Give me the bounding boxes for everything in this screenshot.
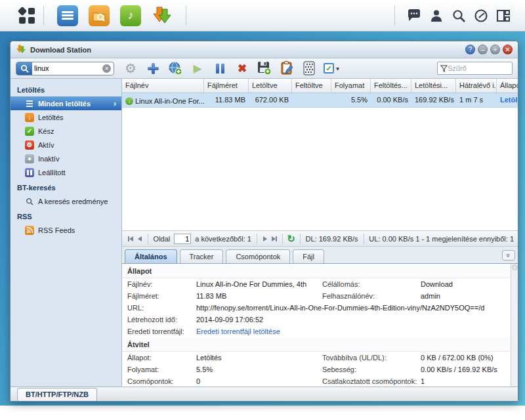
taskbar-divider [43, 6, 44, 26]
music-note-icon: ♪ [128, 9, 134, 22]
add-button[interactable] [143, 60, 163, 77]
column-header-upload-speed[interactable]: Feltöltés... [371, 79, 411, 93]
pagination-bar: Oldal a következőből: 1 ↻ DL: 169.92 KB/… [122, 230, 518, 247]
detail-progress: 5.5% [196, 364, 322, 375]
system-health-button[interactable] [470, 6, 492, 26]
column-header-status[interactable]: Állapot [497, 79, 518, 93]
search-box: ✕ [16, 62, 114, 75]
pause-icon [25, 168, 34, 177]
tab-peers[interactable]: Csomópontok [226, 249, 290, 263]
settings-button[interactable]: ⚙ [121, 60, 140, 77]
desktop-background: Download Station ? – + ✕ ✕ ⚙ [0, 32, 525, 406]
sidebar-item-active[interactable]: ⚙ Aktív [10, 138, 121, 152]
tab-general[interactable]: Általános [125, 249, 177, 263]
gear-icon: ⚙ [125, 60, 136, 76]
cell-filename: ↓ Linux All-in-One For... [122, 93, 204, 107]
detail-peers: 0 [196, 375, 322, 387]
minimize-button[interactable]: – [478, 45, 488, 54]
details-scrollbar[interactable] [511, 264, 518, 387]
details-tabbar: Általános Tracker Csomópontok Fájl » [122, 247, 518, 264]
play-icon: ▶ [193, 62, 201, 75]
tab-file[interactable]: Fájl [293, 249, 324, 263]
column-header-filename[interactable]: Fájlnév [122, 79, 204, 93]
page-number-input[interactable] [174, 234, 191, 244]
file-browser-icon[interactable] [89, 5, 110, 26]
active-gear-icon: ⚙ [25, 140, 34, 150]
select-mode-button[interactable]: ✓ ▾ [322, 60, 341, 77]
column-header-downloaded[interactable]: Letöltve [249, 79, 292, 93]
window-titlebar[interactable]: Download Station ? – + ✕ [10, 41, 518, 58]
download-station-icon [16, 45, 26, 54]
cell-upload-speed: 0.00 KB/s [371, 93, 411, 107]
save-button[interactable] [255, 60, 274, 77]
sidebar-item-completed[interactable]: ✓ Kész [10, 124, 121, 138]
control-panel-icon[interactable] [57, 5, 78, 26]
checkbox-icon: ✓ [324, 63, 334, 74]
clear-completed-button[interactable] [299, 60, 319, 77]
download-list-panel: Fájlnév Fájlméret Letöltve Feltöltve Fol… [122, 79, 518, 387]
window-title: Download Station [30, 46, 91, 54]
list-icon [25, 99, 34, 108]
music-app-icon[interactable]: ♪ [120, 5, 141, 26]
chat-bubble-icon [407, 9, 421, 22]
close-button[interactable]: ✕ [503, 45, 513, 54]
refresh-icon[interactable]: ↻ [287, 233, 295, 245]
download-station-app-icon[interactable] [152, 5, 173, 26]
column-header-time-left[interactable]: Hátralévő i... [456, 79, 497, 93]
sidebar-item-search-results[interactable]: A keresés eredménye [10, 194, 121, 208]
detail-row: Csomópontok: 0 Csatlakoztatott csomópont… [122, 375, 510, 387]
sidebar-item-rss-feeds[interactable]: RSS Feeds [10, 223, 121, 237]
table-row[interactable]: ↓ Linux All-in-One For... 11.83 MB 672.0… [122, 93, 518, 108]
column-header-uploaded[interactable]: Feltöltve [292, 79, 331, 93]
tab-tracker[interactable]: Tracker [180, 249, 224, 263]
filter-input[interactable] [448, 64, 509, 72]
sidebar-item-downloading[interactable]: ↓ Letöltés [10, 110, 121, 124]
shredder-icon [303, 61, 316, 75]
cell-time-left: 1 m 7 s [456, 93, 497, 107]
column-header-filesize[interactable]: Fájlméret [204, 79, 249, 93]
details-panel: Állapot Fájlnév: Linux All-in-One For Du… [122, 264, 518, 387]
detail-state: Letöltés [196, 352, 322, 364]
last-page-button[interactable] [270, 233, 279, 245]
sidebar-item-paused[interactable]: Leállított [10, 165, 121, 179]
prev-page-button[interactable] [135, 233, 144, 245]
notifications-button[interactable] [403, 6, 425, 26]
detail-username: admin [421, 290, 505, 302]
plus-icon [148, 63, 159, 74]
bottom-tab-bt-http-ftp-nzb[interactable]: BT/HTTP/FTP/NZB [17, 388, 97, 401]
resume-button[interactable]: ▶ [188, 60, 207, 77]
first-page-button[interactable] [126, 233, 135, 245]
maximize-button[interactable]: + [490, 45, 500, 54]
help-button[interactable]: ? [465, 45, 475, 54]
sidebar-item-all-downloads[interactable]: Minden letöltés › [10, 96, 121, 110]
column-header-download-speed[interactable]: Letöltési... [411, 79, 456, 93]
detail-row: Létrehozott idő: 2014-09-09 17:06:52 [122, 314, 510, 326]
search-input[interactable] [32, 64, 102, 72]
pause-button[interactable] [210, 60, 230, 77]
cell-downloaded: 672.00 KB [249, 93, 292, 107]
inactive-icon: ● [25, 154, 34, 163]
edit-button[interactable] [277, 60, 297, 77]
gauge-icon [474, 9, 488, 22]
next-page-button[interactable] [261, 233, 270, 245]
add-url-button[interactable] [165, 60, 185, 77]
caret-down-icon: ▾ [336, 65, 339, 72]
detail-url: http://fenopy.se/torrent/Linux-All-in-On… [196, 302, 505, 314]
user-menu-button[interactable] [425, 6, 448, 26]
clear-search-icon[interactable]: ✕ [102, 64, 111, 73]
widgets-button[interactable] [492, 6, 514, 26]
main-menu-icon[interactable] [18, 7, 35, 24]
sidebar-item-inactive[interactable]: ● Inaktív [10, 152, 121, 165]
sidebar-section-rss: RSS [10, 208, 121, 223]
collapse-panel-button[interactable]: » [502, 250, 515, 261]
detail-speed: 0.00 KB/s / 169.92 KB/s [421, 364, 505, 375]
column-header-progress[interactable]: Folyamat [331, 79, 371, 93]
table-header: Fájlnév Fájlméret Letöltve Feltöltve Fol… [122, 79, 518, 93]
torrent-download-icon: ↓ [125, 97, 133, 105]
search-icon [452, 9, 465, 22]
search-go-button[interactable] [16, 62, 32, 75]
global-search-button[interactable] [448, 6, 470, 26]
delete-button[interactable]: ✖ [232, 60, 252, 77]
ul-speed-status: UL: 0.00 KB/s [369, 235, 413, 243]
download-torrent-link[interactable]: Eredeti torrentfájl letöltése [196, 326, 505, 337]
